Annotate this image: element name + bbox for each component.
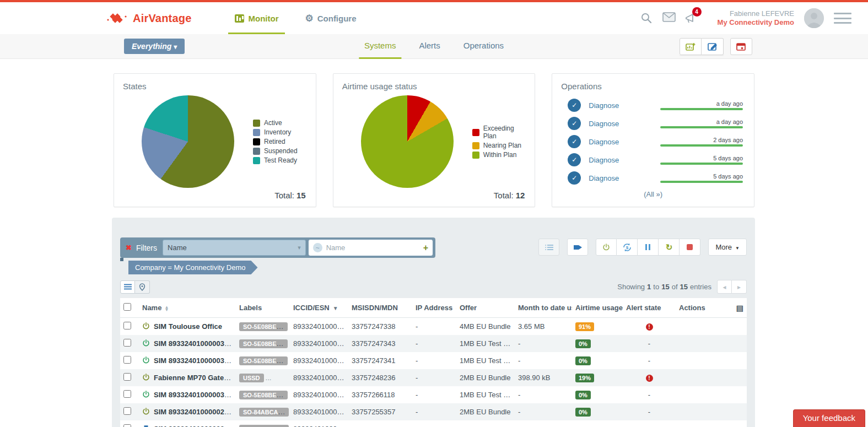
row-checkbox[interactable] <box>123 424 131 427</box>
filter-field-select[interactable]: Name ▾ <box>163 240 306 256</box>
operations-all-link[interactable]: (All ») <box>561 190 745 198</box>
row-checkbox[interactable] <box>123 390 131 398</box>
legend-swatch <box>472 152 479 159</box>
usage-badge: 19% <box>575 374 594 382</box>
active-filter-tag[interactable]: Company = My Connectivity Demo <box>128 261 258 274</box>
table-row[interactable]: SIM 89332401000003052... SO-5E08BEE0 893… <box>120 335 747 352</box>
column-header[interactable]: Month to date us...▲▼ <box>515 298 572 318</box>
column-header[interactable]: MSISDN/MDN <box>348 298 412 318</box>
details-view-button[interactable] <box>538 239 559 256</box>
edit-dashboard-button[interactable] <box>702 38 724 55</box>
table-row[interactable]: SIM 89332401000002977... SO-84ABCA00... … <box>120 403 747 420</box>
column-chooser-icon[interactable]: ▤ <box>736 304 743 312</box>
legend-swatch <box>253 157 260 164</box>
states-pie-chart[interactable] <box>142 95 234 188</box>
feedback-button[interactable]: Your feedback <box>793 409 865 427</box>
select-all-checkbox[interactable] <box>123 303 131 311</box>
airtime-legend: Exceeding Plan Nearing Plan Within Plan <box>472 123 526 160</box>
operation-link[interactable]: Diagnose <box>589 120 655 128</box>
map-view-button[interactable] <box>135 280 150 294</box>
actions-cell <box>676 335 723 352</box>
user-menu[interactable]: Fabienne LEFEVRE My Connectivity Demo <box>718 9 794 28</box>
power-green-icon <box>142 391 150 398</box>
system-name: SIM 89332401000003052... <box>154 356 236 365</box>
column-header[interactable]: ICCID/ESN▼ <box>290 298 348 318</box>
tab-alerts[interactable]: Alerts <box>411 34 448 59</box>
airtime-usage-cell: 0% <box>572 403 623 420</box>
table-row[interactable]: SIM 89332401000003052... SO-5E08BEE0 893… <box>120 352 747 369</box>
operations-card-title: Operations <box>561 82 745 91</box>
column-header[interactable]: Name▲▼ <box>139 298 236 318</box>
prev-page-button[interactable]: ◂ <box>717 280 732 294</box>
contains-operator-icon[interactable]: ~ <box>313 243 322 252</box>
add-widget-button[interactable] <box>680 38 702 55</box>
row-checkbox[interactable] <box>123 322 131 329</box>
column-header[interactable]: Actions <box>676 298 723 318</box>
iccid-cell: 893324010000029... <box>290 420 348 427</box>
offer-cell: 1MB EU Test Read... <box>456 352 515 369</box>
ip-cell: - <box>412 318 456 336</box>
scope-selector-button[interactable]: Everything <box>124 39 185 54</box>
avatar[interactable] <box>804 8 824 28</box>
alert-state-cell: - <box>623 420 676 427</box>
tab-systems[interactable]: Systems <box>357 34 404 59</box>
nav-configure[interactable]: ⚙ Configure <box>292 2 369 34</box>
sort-icon[interactable]: ▲▼ <box>164 306 169 311</box>
column-header[interactable]: Labels <box>236 298 290 318</box>
table-row[interactable]: SIM 89332401000003052... SO-5E08BEE0 893… <box>120 386 747 403</box>
row-checkbox[interactable] <box>123 373 131 381</box>
gear-icon: ⚙ <box>305 14 313 23</box>
airtime-pie-chart[interactable] <box>361 95 454 188</box>
system-name: SIM 89332401000002977... <box>154 408 236 416</box>
table-row[interactable]: SIM Toulouse Office SO-5E08BEE0 89332401… <box>120 318 747 336</box>
add-filter-icon[interactable]: + <box>423 243 428 253</box>
sync-billing-button[interactable]: $ <box>617 239 638 256</box>
sort-desc-icon[interactable]: ▼ <box>333 305 338 311</box>
tab-operations[interactable]: Operations <box>456 34 511 59</box>
column-header[interactable]: Alert state <box>623 298 676 318</box>
announcements-icon[interactable]: 4 <box>684 12 697 24</box>
operation-link[interactable]: Diagnose <box>589 101 655 110</box>
month-usage-cell: - <box>515 352 572 369</box>
label-button[interactable] <box>567 239 588 256</box>
column-header[interactable]: Offer <box>456 298 515 318</box>
row-checkbox[interactable] <box>123 356 131 364</box>
sort-icon[interactable]: ▲▼ <box>455 306 456 311</box>
label-badge: SO-5E08BEE0 <box>239 356 288 365</box>
table-row[interactable]: SIM 89332401000002977... SO-84ABCA00 893… <box>120 420 747 427</box>
messages-icon[interactable] <box>662 12 675 24</box>
column-header[interactable]: IP Address▲▼ <box>412 298 456 318</box>
airtime-usage-cell: 19% <box>572 369 623 386</box>
operation-link[interactable]: Diagnose <box>589 156 655 164</box>
operation-success-icon: ✓ <box>568 171 581 185</box>
alert-state-cell: ! <box>623 318 676 336</box>
pager: ◂ ▸ <box>717 280 747 294</box>
row-checkbox[interactable] <box>123 339 131 347</box>
stop-button[interactable] <box>680 239 700 256</box>
filter-value-input[interactable] <box>326 244 423 252</box>
operation-link[interactable]: Diagnose <box>589 174 655 182</box>
alert-state-cell: ! <box>623 369 676 386</box>
next-page-button[interactable]: ▸ <box>732 280 747 294</box>
main-header: AirVantage Monitor ⚙ Configure 4 Fabienn… <box>0 2 868 34</box>
hamburger-menu-icon[interactable] <box>834 13 851 24</box>
actions-cell <box>676 352 723 369</box>
more-actions-button[interactable]: More <box>708 239 747 256</box>
usage-badge: 0% <box>575 408 591 417</box>
activate-button[interactable] <box>596 239 617 256</box>
label-badge: USSD <box>239 374 264 382</box>
clear-filters-icon[interactable]: ✖ <box>126 244 132 252</box>
list-view-button[interactable] <box>120 280 135 294</box>
airvantage-logo[interactable]: AirVantage <box>106 11 191 25</box>
search-icon[interactable] <box>640 12 653 24</box>
reset-dashboard-button[interactable] <box>730 38 752 55</box>
pause-button[interactable] <box>638 239 659 256</box>
nav-monitor[interactable]: Monitor <box>222 2 292 34</box>
restart-button[interactable]: ↻ <box>659 239 680 256</box>
operation-link[interactable]: Diagnose <box>589 138 655 146</box>
column-header[interactable]: Airtime usage st...▲▼ <box>572 298 623 318</box>
operation-row: ✓ Diagnose 5 days ago <box>568 153 743 166</box>
table-row[interactable]: Fabienne MP70 Gateway USSD... 8933240100… <box>120 369 747 386</box>
legend-item: Test Ready <box>253 156 298 164</box>
row-checkbox[interactable] <box>123 407 131 415</box>
